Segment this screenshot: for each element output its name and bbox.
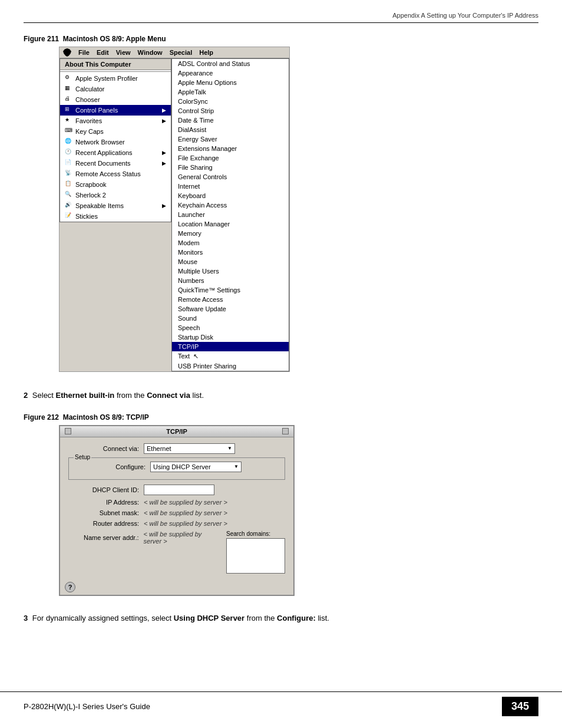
dialog-body: Connect via: Ethernet ▼ Setup Configure:… <box>60 437 293 579</box>
connect-via-select[interactable]: Ethernet ▼ <box>144 443 235 454</box>
submenu-numbers[interactable]: Numbers <box>172 276 289 285</box>
submenu-internet[interactable]: Internet <box>172 182 289 191</box>
connect-via-arrow: ▼ <box>227 446 232 451</box>
menu-calculator[interactable]: ▦ Calculator <box>60 84 171 94</box>
step2-number: 2 <box>24 391 28 400</box>
menu-help[interactable]: Help <box>199 49 213 56</box>
menu-body: About This Computer ⚙ Apple System Profi… <box>59 58 289 371</box>
submenu-energy-saver[interactable]: Energy Saver <box>172 134 289 144</box>
name-server-col: Name server addr.: < will be supplied by… <box>68 531 220 548</box>
connect-via-value: Ethernet <box>147 445 171 452</box>
submenu-startup-disk[interactable]: Startup Disk <box>172 332 289 342</box>
submenu-monitors[interactable]: Monitors <box>172 248 289 257</box>
submenu-modem[interactable]: Modem <box>172 238 289 248</box>
menu-scrapbook[interactable]: 📋 Scrapbook <box>60 179 171 190</box>
submenu-text[interactable]: Text ↖ <box>172 351 289 361</box>
submenu-mouse[interactable]: Mouse <box>172 257 289 266</box>
menu-file[interactable]: File <box>78 49 90 56</box>
submenu-colorsync[interactable]: ColorSync <box>172 97 289 106</box>
submenu-launcher[interactable]: Launcher <box>172 210 289 219</box>
configure-select[interactable]: Using DHCP Server ▼ <box>150 462 242 472</box>
dhcp-client-id-input[interactable] <box>144 485 214 495</box>
submenu-multiple-users[interactable]: Multiple Users <box>172 266 289 276</box>
submenu-location-manager[interactable]: Location Manager <box>172 219 289 229</box>
menu-recent-documents[interactable]: 📄 Recent Documents ▶ <box>60 158 171 169</box>
key-caps-icon: ⌨ <box>65 127 73 136</box>
search-domains-input[interactable] <box>226 538 285 574</box>
subnet-mask-label: Subnet mask: <box>68 509 139 516</box>
menu-remote-access-status[interactable]: 📡 Remote Access Status <box>60 169 171 179</box>
submenu-appearance[interactable]: Appearance <box>172 68 289 78</box>
submenu-datetime[interactable]: Date & Time <box>172 116 289 125</box>
submenu-file-sharing[interactable]: File Sharing <box>172 163 289 172</box>
speakable-icon: 🔊 <box>65 202 73 210</box>
menu-key-caps[interactable]: ⌨ Key Caps <box>60 126 171 137</box>
recent-docs-arrow: ▶ <box>162 160 166 166</box>
submenu-extensions-manager[interactable]: Extensions Manager <box>172 144 289 153</box>
submenu-adsl[interactable]: ADSL Control and Status <box>172 59 289 68</box>
submenu-speech[interactable]: Speech <box>172 323 289 332</box>
figure211-label: Figure 211 Macintosh OS 8/9: Apple Menu <box>24 35 538 43</box>
dialog-bottom: ? <box>60 579 293 595</box>
submenu-remote-access[interactable]: Remote Access <box>172 295 289 304</box>
menu-stickies[interactable]: 📝 Stickies <box>60 211 171 222</box>
submenu-keyboard[interactable]: Keyboard <box>172 191 289 200</box>
apple-menu-panel: About This Computer ⚙ Apple System Profi… <box>59 58 171 222</box>
submenu-tcpip[interactable]: TCP/IP <box>172 342 289 351</box>
favorites-arrow: ▶ <box>162 118 166 124</box>
configure-value: Using DHCP Server <box>153 463 211 470</box>
menu-network-browser[interactable]: 🌐 Network Browser <box>60 137 171 147</box>
submenu-apple-menu-options[interactable]: Apple Menu Options <box>172 78 289 87</box>
menu-view[interactable]: View <box>116 49 131 56</box>
connect-via-label: Connect via: <box>68 445 139 452</box>
step3-text: 3 For dynamically assigned settings, sel… <box>24 612 538 624</box>
submenu-dialassist[interactable]: DialAssist <box>172 125 289 134</box>
connect-via-row: Connect via: Ethernet ▼ <box>68 443 285 454</box>
dhcp-client-id-label: DHCP Client ID: <box>68 486 139 493</box>
submenu-usb-printer-sharing[interactable]: USB Printer Sharing <box>172 361 289 371</box>
submenu-software-update[interactable]: Software Update <box>172 304 289 314</box>
step2-text: 2 Select Ethernet built-in from the Conn… <box>24 390 538 401</box>
submenu-general-controls[interactable]: General Controls <box>172 172 289 182</box>
setup-section: Setup Configure: Using DHCP Server ▼ <box>68 457 285 480</box>
menu-special[interactable]: Special <box>170 49 193 56</box>
about-this-computer: About This Computer <box>60 59 171 70</box>
submenu-quicktime[interactable]: QuickTime™ Settings <box>172 285 289 295</box>
menu-chooser[interactable]: 🖨 Chooser <box>60 94 171 105</box>
menu-recent-applications[interactable]: 🕐 Recent Applications ▶ <box>60 147 171 158</box>
page-footer: P-2802H(W)(L)-I Series User's Guide 345 <box>0 691 562 716</box>
submenu-appletalk[interactable]: AppleTalk <box>172 87 289 97</box>
submenu-memory[interactable]: Memory <box>172 229 289 238</box>
control-panels-icon: ⊞ <box>65 106 73 114</box>
speakable-arrow: ▶ <box>162 203 166 209</box>
dialog-zoom-button[interactable] <box>282 428 289 434</box>
menu-edit[interactable]: Edit <box>97 49 109 56</box>
control-panels-submenu: ADSL Control and Status Appearance Apple… <box>171 58 289 371</box>
submenu-sound[interactable]: Sound <box>172 314 289 323</box>
recent-apps-arrow: ▶ <box>162 150 166 156</box>
menu-window[interactable]: Window <box>138 49 163 56</box>
menu-control-panels[interactable]: ⊞ Control Panels ▶ <box>60 105 171 116</box>
name-server-value: < will be supplied by server > <box>144 531 220 545</box>
submenu-control-strip[interactable]: Control Strip <box>172 106 289 116</box>
recent-docs-icon: 📄 <box>65 159 73 167</box>
menu-apple-system-profiler[interactable]: ⚙ Apple System Profiler <box>60 73 171 84</box>
step3-number: 3 <box>24 614 28 622</box>
header-title: Appendix A Setting up Your Computer's IP… <box>392 12 538 19</box>
help-button[interactable]: ? <box>65 582 75 592</box>
step2-bold2: Connect via <box>147 391 190 400</box>
menu-speakable-items[interactable]: 🔊 Speakable Items ▶ <box>60 200 171 211</box>
submenu-keychain-access[interactable]: Keychain Access <box>172 200 289 210</box>
favorites-icon: ★ <box>65 117 73 125</box>
submenu-file-exchange[interactable]: File Exchange <box>172 153 289 163</box>
apple-icon <box>63 48 71 57</box>
menu-favorites[interactable]: ★ Favorites ▶ <box>60 116 171 126</box>
menu-sherlock2[interactable]: 🔍 Sherlock 2 <box>60 190 171 200</box>
dialog-close-button[interactable] <box>65 428 71 434</box>
control-panels-arrow: ▶ <box>162 107 166 113</box>
step3-bold1: Using DHCP Server <box>174 614 244 622</box>
name-server-row: Name server addr.: < will be supplied by… <box>68 531 220 545</box>
ip-address-label: IP Address: <box>68 499 139 506</box>
router-address-row: Router address: < will be supplied by se… <box>68 520 285 527</box>
router-address-value: < will be supplied by server > <box>144 520 227 527</box>
